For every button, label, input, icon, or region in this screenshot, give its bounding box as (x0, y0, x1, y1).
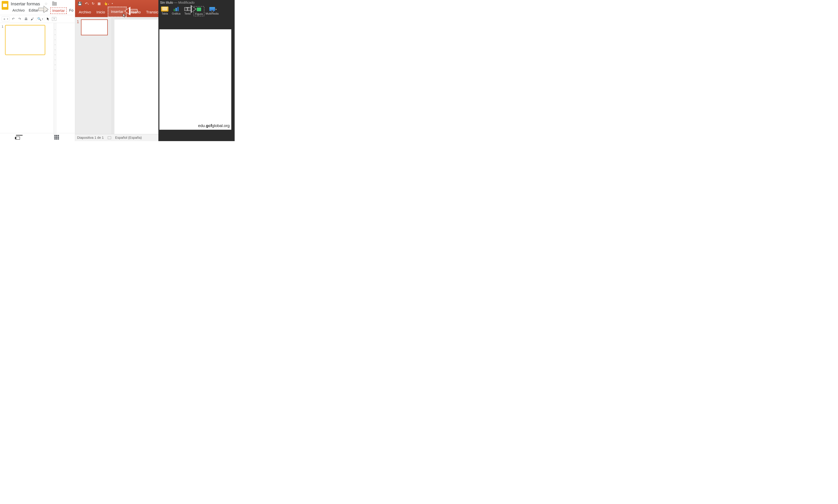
toolbar-label: Figura (195, 13, 203, 16)
tab-inicio[interactable]: Inicio (94, 8, 108, 17)
menu-insertar[interactable]: Insertar (50, 7, 67, 14)
present-icon[interactable]: ▦ (98, 1, 101, 5)
toolbar-figura[interactable]: Figura (193, 6, 204, 16)
document-title[interactable]: Insertar formas (11, 1, 40, 6)
customize-qat-icon[interactable]: ▾ (112, 2, 113, 5)
zoom-icon[interactable]: 🔍▼ (38, 16, 43, 21)
undo-icon[interactable]: ↶ (11, 16, 16, 21)
filmstrip-view-icon[interactable] (16, 135, 23, 140)
select-tool-icon[interactable] (46, 16, 51, 21)
menu-formato-cut[interactable]: Fo (67, 7, 75, 14)
touch-mode-icon[interactable]: 👆▾ (104, 1, 109, 5)
ppt-tabs: Archivo Inicio Insertar Diseño Transicio… (75, 7, 158, 17)
save-icon[interactable]: 💾 (78, 1, 82, 5)
keynote-panel: Sin título — Modificado Tabla Gráfica T … (158, 0, 235, 141)
star-icon[interactable]: ☆ (45, 2, 48, 6)
folder-icon[interactable] (52, 2, 57, 6)
redo-icon[interactable]: ↷ (17, 16, 22, 21)
menu-ver[interactable]: Ver (41, 7, 50, 14)
slide-thumbnail[interactable] (5, 25, 45, 55)
watermark-text: edu.gcfglobal.org (198, 123, 229, 128)
slide-thumbnail[interactable] (81, 19, 108, 35)
text-icon: T (184, 6, 191, 12)
ppt-ribbon: 💾 ↶▾ ↻ ▦ 👆▾ ▾ Archivo Inicio Insertar Di… (75, 0, 158, 17)
tab-diseno[interactable]: Diseño (126, 8, 143, 17)
shape-icon (195, 7, 203, 12)
tab-archivo[interactable]: Archivo (76, 8, 94, 17)
status-language[interactable]: Español (España) (115, 136, 142, 140)
toolbar-tabla[interactable]: Tabla (159, 6, 170, 16)
quick-access-toolbar: 💾 ↶▾ ↻ ▦ 👆▾ ▾ (75, 0, 158, 7)
slide-number: 1 (2, 25, 3, 55)
cursor-icon (211, 10, 214, 13)
toolbar-grafica[interactable]: Gráfica (171, 6, 182, 16)
redo-icon[interactable]: ↻ (92, 1, 95, 5)
google-slides-panel: Insertar formas ☆ Archivo Editar Ver Ins… (0, 0, 75, 141)
ppt-canvas-area[interactable] (112, 17, 158, 134)
vertical-ruler (54, 23, 57, 139)
slide-thumbnail-panel: 1 (0, 23, 54, 139)
menu-archivo[interactable]: Archivo (11, 7, 26, 14)
ppt-status-bar: Diapositiva 1 de 1 Español (España) (75, 134, 158, 141)
paint-format-icon[interactable]: 🖌 (30, 16, 35, 21)
slide-canvas[interactable] (114, 19, 158, 134)
textbox-icon[interactable]: T (52, 17, 56, 21)
grid-view-icon[interactable] (54, 135, 59, 140)
chart-icon (172, 6, 180, 12)
status-slide-count: Diapositiva 1 de 1 (77, 136, 104, 140)
toolbar-label: Gráfica (172, 12, 181, 15)
print-icon[interactable]: 🖶 (23, 16, 29, 21)
gslides-header: Insertar formas ☆ Archivo Editar Ver Ins… (0, 0, 75, 14)
toolbar-label: Tabla (161, 12, 168, 15)
undo-icon[interactable]: ↶▾ (85, 1, 89, 5)
powerpoint-panel: 💾 ↶▾ ↻ ▦ 👆▾ ▾ Archivo Inicio Insertar Di… (75, 0, 158, 141)
spellcheck-icon[interactable] (108, 137, 111, 139)
table-icon (161, 6, 168, 12)
gslides-footer (0, 133, 75, 141)
canvas-area[interactable] (57, 23, 75, 139)
slide-number: 1 (77, 19, 79, 24)
cursor-icon (123, 14, 125, 17)
ppt-thumbnail-panel: 1 (75, 17, 112, 134)
gslides-toolbar: ＋▼ ↶ ↷ 🖶 🖌 🔍▼ T (0, 15, 75, 23)
toolbar-label: Texto (184, 12, 191, 15)
window-title: Sin título — Modificado (158, 0, 235, 5)
new-slide-button[interactable]: ＋▼ (2, 16, 10, 21)
gslides-menubar: Archivo Editar Ver Insertar Fo (11, 6, 75, 14)
menu-editar[interactable]: Editar (27, 7, 40, 14)
keynote-canvas[interactable] (159, 29, 231, 130)
keynote-toolbar: Tabla Gráfica T Texto Figura Multimedia (158, 5, 235, 18)
toolbar-texto[interactable]: T Texto (182, 6, 193, 16)
slides-logo-icon (2, 1, 8, 10)
